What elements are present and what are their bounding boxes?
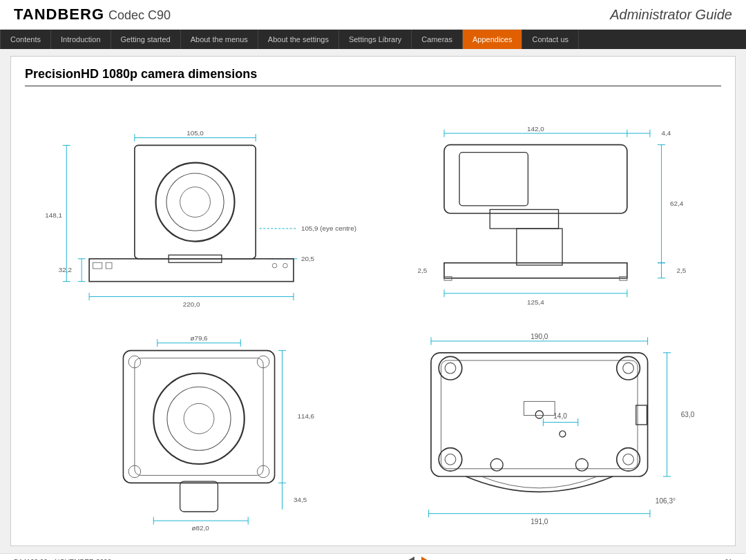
nav-bar: Contents Introduction Getting started Ab… <box>0 30 746 49</box>
svg-point-111 <box>490 458 503 471</box>
logo-container: TANDBERG Codec C90 <box>14 6 171 23</box>
nav-about-settings[interactable]: About the settings <box>258 30 339 49</box>
svg-text:4,4: 4,4 <box>662 129 671 137</box>
svg-rect-51 <box>459 153 528 206</box>
drawing-top-right: 142,0 4,4 62,4 2,5 2,5 125,4 <box>373 110 721 331</box>
drawing-bottom-right: 190,0 63,0 14,0 191,0 106,3° <box>373 313 721 539</box>
svg-text:148,1: 148,1 <box>45 211 62 219</box>
drawing-top-left: 105,0 148,1 32,2 105,9 (eye centre) 20,5… <box>25 110 373 331</box>
nav-about-menus[interactable]: About the menus <box>181 30 258 49</box>
drawings-container: 105,0 148,1 32,2 105,9 (eye centre) 20,5… <box>25 97 721 539</box>
svg-text:2,5: 2,5 <box>677 267 687 274</box>
svg-rect-71 <box>123 350 274 483</box>
svg-point-107 <box>623 454 634 465</box>
nav-cameras[interactable]: Cameras <box>412 30 463 49</box>
svg-point-101 <box>445 363 456 374</box>
svg-text:190,0: 190,0 <box>530 332 548 340</box>
svg-rect-99 <box>441 360 638 469</box>
main-content: PrecisionHD 1080p camera dimensions 105,… <box>10 56 736 546</box>
svg-rect-50 <box>444 145 627 213</box>
svg-point-102 <box>617 356 640 380</box>
svg-text:142,0: 142,0 <box>527 125 544 133</box>
svg-point-108 <box>535 410 543 418</box>
svg-point-24 <box>180 187 211 218</box>
nav-contents[interactable]: Contents <box>0 30 51 49</box>
svg-rect-76 <box>180 481 218 512</box>
page-footer: D14129.02—NOVEMBER 2008 61 <box>0 553 746 560</box>
nav-introduction[interactable]: Introduction <box>51 30 111 49</box>
guide-title: Administrator Guide <box>610 7 732 23</box>
svg-point-23 <box>166 173 224 231</box>
svg-point-22 <box>156 163 235 242</box>
nav-contact-us[interactable]: Contact us <box>522 30 579 49</box>
nav-settings-library[interactable]: Settings Library <box>339 30 412 49</box>
svg-text:106,3°: 106,3° <box>656 497 676 505</box>
svg-point-105 <box>445 454 456 465</box>
page-header: TANDBERG Codec C90 Administrator Guide <box>0 0 746 30</box>
svg-text:220,0: 220,0 <box>183 300 200 308</box>
svg-text:62,4: 62,4 <box>670 200 684 207</box>
logo-brand: TANDBERG <box>14 6 104 23</box>
svg-text:ø82,0: ø82,0 <box>192 524 210 532</box>
svg-text:125,4: 125,4 <box>527 298 544 306</box>
svg-rect-98 <box>431 352 648 476</box>
svg-text:20,5: 20,5 <box>301 255 315 262</box>
svg-point-75 <box>184 403 214 434</box>
svg-rect-52 <box>490 209 558 229</box>
nav-getting-started[interactable]: Getting started <box>111 30 181 49</box>
svg-point-103 <box>623 363 634 374</box>
svg-point-112 <box>575 458 588 471</box>
svg-rect-113 <box>524 401 555 415</box>
prev-arrow-icon[interactable] <box>405 557 414 560</box>
svg-text:2,5: 2,5 <box>417 267 427 274</box>
footer-navigation <box>405 557 431 560</box>
svg-text:191,0: 191,0 <box>530 518 548 525</box>
svg-point-106 <box>617 447 640 471</box>
logo-product: Codec C90 <box>108 8 171 23</box>
page-title: PrecisionHD 1080p camera dimensions <box>25 67 721 86</box>
svg-text:32,2: 32,2 <box>59 267 72 274</box>
drawing-bottom-left: ø79,6 114,6 34,5 ø82,0 <box>25 313 373 539</box>
next-arrow-icon[interactable] <box>421 557 431 560</box>
svg-point-29 <box>283 263 288 268</box>
svg-text:105,0: 105,0 <box>186 129 204 137</box>
svg-point-28 <box>272 263 277 268</box>
svg-text:63,0: 63,0 <box>681 410 695 418</box>
svg-rect-26 <box>93 262 102 269</box>
svg-text:105,9 (eye centre): 105,9 (eye centre) <box>301 224 356 232</box>
svg-text:ø79,6: ø79,6 <box>190 334 208 342</box>
svg-point-104 <box>439 447 462 471</box>
svg-point-100 <box>439 356 462 380</box>
svg-text:114,6: 114,6 <box>297 412 314 420</box>
svg-text:14,0: 14,0 <box>553 412 567 420</box>
svg-rect-56 <box>517 229 562 265</box>
svg-rect-27 <box>106 262 112 269</box>
nav-appendices[interactable]: Appendices <box>463 30 523 49</box>
svg-point-74 <box>167 387 231 450</box>
svg-text:34,5: 34,5 <box>294 495 307 503</box>
svg-point-109 <box>560 431 566 437</box>
